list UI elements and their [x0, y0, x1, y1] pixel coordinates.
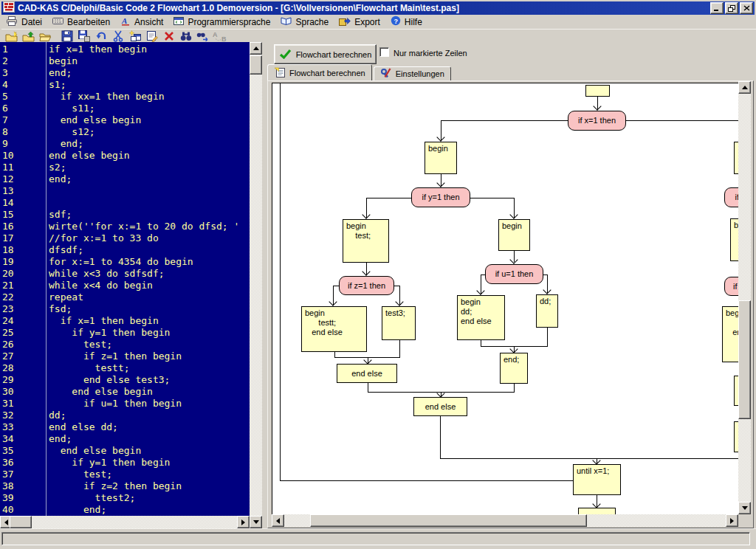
flowchart-node-r-begin-ttest2[interactable]: begin ttest2; end else — [722, 306, 739, 362]
line-number: 6 — [0, 103, 44, 114]
menu-item-hilfe[interactable]: ?Hilfe — [385, 15, 427, 29]
flow-connector-line — [440, 416, 441, 459]
menu-item-sprache[interactable]: Sprache — [275, 15, 334, 29]
tab-label: Flowchart berechnen — [289, 69, 365, 77]
arrowhead-down-icon — [362, 267, 370, 275]
flowchart-node-begin-dd[interactable]: begin dd; end else — [457, 295, 505, 340]
code-vscroll-thumb[interactable] — [250, 55, 262, 75]
code-line: end; — [49, 504, 239, 516]
status-bar — [0, 528, 756, 549]
code-line: ttest2; — [49, 492, 239, 504]
tab-einstellungen[interactable]: Einstellungen — [374, 66, 451, 81]
line-number: 37 — [0, 469, 44, 480]
flowchart-node-begin-1[interactable]: begin — [425, 142, 457, 174]
code-vscrollbar[interactable] — [250, 42, 262, 528]
flowchart-node-r-if-y[interactable]: if y=1 then — [724, 187, 739, 207]
flowchart-node-if-u1[interactable]: if u=1 then — [485, 264, 543, 284]
menu-item-ansicht[interactable]: AAnsicht — [115, 15, 168, 29]
replace-button[interactable]: AB — [212, 30, 227, 43]
flowchart-node-if-x1[interactable]: if x=1 then — [568, 111, 626, 131]
flowchart-node-start[interactable] — [585, 85, 610, 97]
minimize-button[interactable] — [710, 2, 724, 14]
flowchart-node-if-z1[interactable]: if z=1 then — [339, 276, 394, 295]
svg-text:?: ? — [394, 18, 398, 25]
code-line: s1; — [49, 79, 239, 91]
menu-label: Bearbeiten — [67, 17, 110, 27]
flowchart-vscrollbar[interactable] — [738, 81, 751, 514]
flowchart-hscroll-thumb[interactable] — [310, 514, 587, 527]
open-button[interactable] — [38, 30, 53, 43]
flowchart-node-r-if-z[interactable]: if z=2 then — [724, 277, 739, 296]
scroll-up-icon[interactable] — [250, 42, 262, 55]
menu-bar: Datei Bearbeiten AAnsicht Programmierspr… — [1, 15, 755, 29]
code-line: if u=1 then begin — [49, 398, 239, 410]
flowchart-node-begin-test[interactable]: begin test; — [343, 219, 389, 263]
printer-icon — [7, 16, 18, 28]
open-import-button[interactable] — [21, 30, 36, 43]
only-marked-lines-checkbox[interactable] — [379, 47, 389, 57]
flowchart-node-if-y1[interactable]: if y=1 then — [411, 187, 470, 207]
save-button[interactable] — [59, 30, 75, 43]
title-bar: CAD-KAS C/Delphi/Basic Code 2 Flowchart … — [1, 1, 755, 15]
check-icon — [279, 49, 292, 61]
scroll-up-icon[interactable] — [738, 81, 751, 94]
arrowhead-down-icon — [329, 297, 337, 305]
tab-flowchart-berechnen[interactable]: Flowchart berechnen — [267, 64, 372, 81]
find-button[interactable] — [178, 30, 193, 43]
flowchart-node-begin-2[interactable]: begin — [498, 219, 530, 251]
flowchart-node-join-2[interactable]: end else — [413, 397, 467, 416]
line-number: 23 — [0, 303, 44, 315]
code-line: end else begin — [49, 150, 239, 162]
line-number: 27 — [0, 351, 44, 362]
flowchart-node-dd[interactable]: dd; — [536, 294, 558, 328]
code-editor[interactable]: 1234567891011121314151617181920212223242… — [0, 42, 250, 516]
menu-item-export[interactable]: Export — [334, 15, 385, 29]
flowchart-node-begin-testt[interactable]: begin testt; end else — [301, 306, 367, 352]
properties-button[interactable] — [144, 30, 159, 43]
scroll-down-icon[interactable] — [250, 516, 262, 528]
code-line: s11; — [49, 103, 239, 114]
menu-item-programmiersprache[interactable]: Programmiersprache — [168, 15, 275, 29]
flowchart-node-until[interactable]: until x=1; — [573, 464, 621, 495]
toolbar: AB — [1, 29, 756, 43]
notepad-icon — [274, 67, 286, 79]
code-line: sdf; — [49, 209, 239, 221]
save-as-button[interactable] — [76, 30, 92, 43]
menu-item-datei[interactable]: Datei — [1, 15, 47, 29]
menu-item-bearbeiten[interactable]: Bearbeiten — [47, 15, 115, 29]
new-button[interactable] — [4, 30, 19, 43]
close-button[interactable] — [740, 2, 753, 14]
code-hscroll-thumb[interactable] — [10, 516, 32, 528]
code-hscrollbar[interactable] — [0, 516, 250, 528]
code-line: end else begin — [49, 445, 239, 457]
code-line: fsd; — [49, 303, 239, 315]
flowchart-hscrollbar[interactable] — [272, 514, 738, 527]
scroll-left-icon[interactable] — [272, 514, 284, 527]
line-number: 5 — [0, 91, 44, 103]
tab-label: Einstellungen — [396, 69, 444, 78]
copy-window-button[interactable] — [127, 30, 142, 43]
undo-button[interactable] — [93, 30, 109, 43]
scroll-right-icon[interactable] — [237, 516, 250, 528]
find-next-button[interactable] — [195, 30, 210, 43]
scissors-icon — [112, 30, 124, 42]
restore-button[interactable] — [725, 2, 738, 14]
flowchart-canvas[interactable]: if x=1 thenbeginif y=1 thenbegin test;be… — [272, 83, 739, 515]
line-number: 33 — [0, 421, 44, 433]
flowchart-vscroll-thumb[interactable] — [738, 300, 751, 419]
scroll-down-icon[interactable] — [738, 502, 751, 514]
line-number: 28 — [0, 362, 44, 374]
line-numbers: 1234567891011121314151617181920212223242… — [0, 44, 44, 516]
arrowhead-down-icon — [436, 389, 444, 397]
compute-flowchart-button[interactable]: Flowchart berechnen — [274, 44, 377, 64]
code-line: while x<3 do sdfsdf; — [49, 268, 239, 280]
cut-button[interactable] — [110, 30, 126, 43]
line-number: 26 — [0, 339, 44, 351]
flowchart-node-join-1[interactable]: end else — [337, 364, 397, 383]
delete-button[interactable] — [161, 30, 176, 43]
status-panel — [1, 532, 750, 545]
flowchart-node-end-right[interactable]: end; — [500, 353, 528, 384]
code-line: end; — [49, 433, 239, 445]
scroll-right-icon[interactable] — [726, 514, 738, 527]
flowchart-node-test3[interactable]: test3; — [382, 306, 416, 340]
